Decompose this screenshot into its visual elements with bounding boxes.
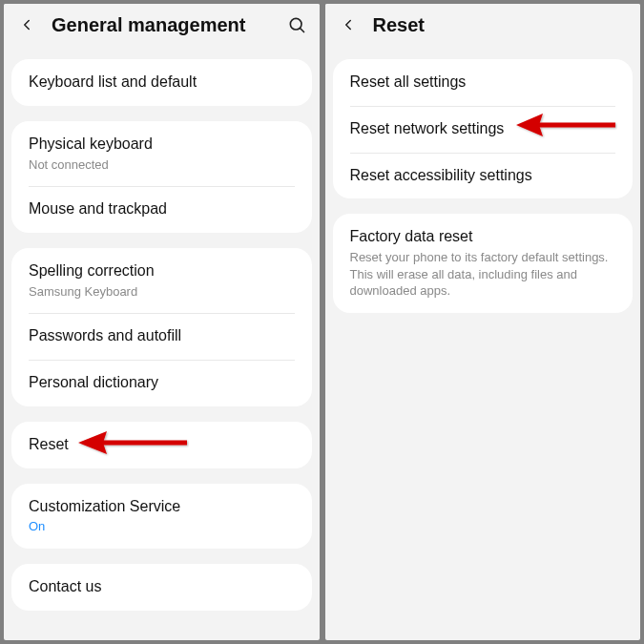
svg-line-1 (300, 29, 303, 32)
group: Factory data reset Reset your phone to i… (333, 214, 634, 312)
item-sub: Not connected (29, 156, 295, 174)
group: Customization Service On (11, 484, 312, 549)
item-customization-service[interactable]: Customization Service On (11, 484, 312, 549)
item-physical-keyboard[interactable]: Physical keyboard Not connected (11, 121, 312, 186)
group: Keyboard list and default (11, 59, 312, 106)
item-title: Mouse and trackpad (29, 199, 295, 219)
item-title: Reset all settings (350, 73, 616, 93)
item-sub: Reset your phone to its factory default … (350, 249, 616, 300)
search-icon[interactable] (285, 13, 308, 36)
item-title: Physical keyboard (29, 135, 295, 155)
back-icon[interactable] (15, 13, 38, 36)
page-title: General management (52, 14, 285, 36)
content: Reset all settings Reset network setting… (325, 59, 641, 313)
header: General management (4, 4, 320, 44)
item-factory-data-reset[interactable]: Factory data reset Reset your phone to i… (333, 214, 634, 312)
item-reset[interactable]: Reset (11, 422, 312, 468)
header: Reset (325, 4, 641, 44)
group: Spelling correction Samsung Keyboard Pas… (11, 248, 312, 406)
group: Physical keyboard Not connected Mouse an… (11, 121, 312, 233)
item-title: Passwords and autofill (29, 326, 295, 346)
item-spelling-correction[interactable]: Spelling correction Samsung Keyboard (11, 248, 312, 313)
item-contact-us[interactable]: Contact us (11, 564, 312, 611)
group: Contact us (11, 564, 312, 611)
item-title: Spelling correction (29, 261, 295, 281)
item-title: Factory data reset (350, 227, 616, 247)
item-title: Contact us (29, 577, 295, 597)
item-title: Keyboard list and default (29, 73, 295, 93)
item-reset-accessibility-settings[interactable]: Reset accessibility settings (333, 153, 634, 199)
item-sub: Samsung Keyboard (29, 283, 295, 301)
item-title: Reset accessibility settings (350, 166, 616, 186)
item-reset-network-settings[interactable]: Reset network settings (333, 106, 634, 153)
content: Keyboard list and default Physical keybo… (4, 59, 320, 611)
item-title: Reset network settings (350, 119, 616, 139)
item-keyboard-list[interactable]: Keyboard list and default (11, 59, 312, 106)
item-passwords-autofill[interactable]: Passwords and autofill (11, 313, 312, 360)
item-reset-all-settings[interactable]: Reset all settings (333, 59, 634, 106)
screen-general-management: General management Keyboard list and def… (4, 4, 320, 640)
group: Reset (11, 422, 312, 468)
item-title: Customization Service (29, 497, 295, 517)
item-personal-dictionary[interactable]: Personal dictionary (11, 360, 312, 406)
screen-reset: Reset Reset all settings Reset network s… (325, 4, 641, 640)
back-icon[interactable] (337, 13, 360, 36)
page-title: Reset (373, 14, 630, 36)
item-title: Personal dictionary (29, 373, 295, 393)
item-sub: On (29, 518, 295, 535)
item-title: Reset (29, 435, 295, 455)
item-mouse-trackpad[interactable]: Mouse and trackpad (11, 186, 312, 233)
group: Reset all settings Reset network setting… (333, 59, 634, 198)
